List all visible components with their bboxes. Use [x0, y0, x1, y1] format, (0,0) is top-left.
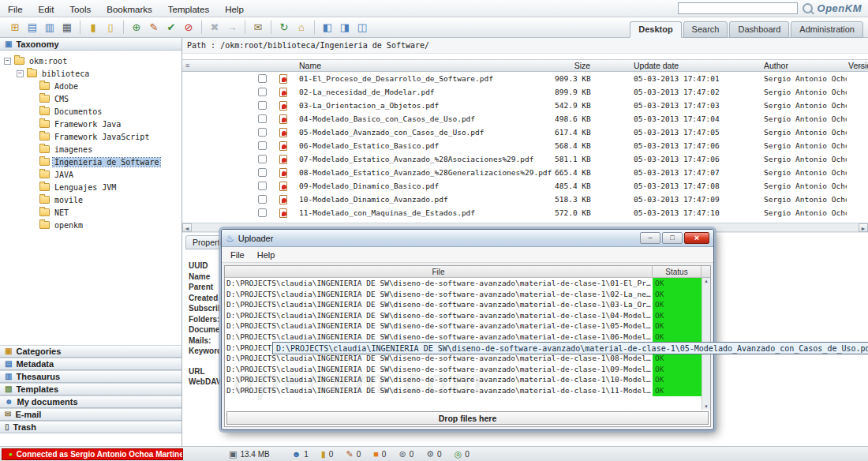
menu-file[interactable]: File	[0, 2, 31, 17]
quick-search-input[interactable]	[678, 2, 798, 14]
collapse-icon[interactable]: −	[17, 70, 24, 77]
maximize-button[interactable]: □	[662, 232, 683, 244]
row-checkbox[interactable]	[258, 128, 267, 137]
send-mail-icon[interactable]: ✉	[250, 20, 266, 36]
panel-thesaurus[interactable]: ▥Thesaurus	[0, 370, 181, 383]
search-icon[interactable]	[803, 3, 813, 13]
tree-item-framework-java[interactable]: Framework Java	[0, 118, 181, 130]
tree-item-framework-javascript[interactable]: Framework JavaScript	[0, 130, 181, 143]
table-menu-icon[interactable]: ≡	[185, 62, 189, 69]
tab-administration[interactable]: Administration	[791, 21, 863, 38]
scroll-down-icon[interactable]: ▼	[704, 404, 709, 409]
menu-bookmarks[interactable]: Bookmarks	[99, 2, 160, 17]
tree-item-net[interactable]: NET	[0, 206, 181, 219]
lock-icon[interactable]: ▮	[85, 20, 101, 36]
dialog-titlebar[interactable]: ♨ Uploader – □ ×	[222, 230, 713, 247]
tree-item-imagenes[interactable]: imagenes	[0, 143, 181, 156]
upload-row[interactable]: D:\PROJECTS\claudia\INGENIERIA DE SW\dis…	[225, 278, 702, 289]
panel-metadata[interactable]: ▤Metadata	[0, 358, 181, 370]
tree-item-lenguajes-jvm[interactable]: Lenguajes JVM	[0, 181, 181, 193]
upload-row[interactable]: D:\PROJECTS\claudia\INGENIERIA DE SW\dis…	[225, 299, 702, 310]
row-checkbox[interactable]	[258, 182, 267, 190]
file-row[interactable]: 01-El_Proceso_de_Desarrollo_de_Software.…	[182, 72, 868, 85]
upload-row[interactable]: D:\PROJECTS\claudia\INGENIERIA DE SW\dis…	[225, 353, 702, 364]
tab-desktop[interactable]: Desktop	[630, 21, 681, 38]
panel-e-mail[interactable]: ✉E-mail	[0, 408, 181, 421]
file-row[interactable]: 03-La_Orientacion_a_Objetos.pdf542.9 KB0…	[182, 99, 868, 112]
checkin-icon[interactable]: ✔	[163, 20, 179, 36]
upload-row[interactable]: D:\PROJECTS\claudia\INGENIERIA DE SW\dis…	[225, 364, 702, 375]
home-icon[interactable]: ⌂	[294, 20, 309, 36]
scroll-up-icon[interactable]: ▲	[704, 279, 709, 283]
create-folder-icon[interactable]: ⊞	[7, 20, 23, 36]
upload-row[interactable]: D:\PROJECTS\claudia\INGENIERIA DE SW\dis…	[225, 289, 702, 300]
tab-search[interactable]: Search	[683, 21, 728, 38]
tree-item-ingenieria-de-software[interactable]: Ingenieria de Software	[0, 156, 181, 168]
column-header-author[interactable]: Author	[736, 60, 847, 71]
split-horizontal-icon[interactable]: ◧	[320, 20, 335, 36]
upload-row[interactable]: D:\PROJECTS\claudia\INGENIERIA DE SW\dis…	[225, 320, 702, 332]
drop-files-zone[interactable]: Drop files here	[226, 411, 709, 425]
upload-row[interactable]: D:\PROJECTS\claudia\INGENIERIA DE SW\dis…	[225, 385, 702, 396]
panel-templates[interactable]: ▧Templates	[0, 383, 181, 395]
tab-dashboard[interactable]: Dashboard	[729, 21, 789, 38]
dialog-menu-help[interactable]: Help	[251, 249, 282, 261]
tree-item-openkm[interactable]: openkm	[0, 219, 181, 231]
refresh-icon[interactable]: ↻	[276, 20, 292, 36]
row-checkbox[interactable]	[258, 155, 267, 163]
new-document-icon[interactable]: ▤	[24, 20, 40, 36]
row-checkbox[interactable]	[258, 195, 267, 204]
tree-item-adobe[interactable]: Adobe	[0, 80, 181, 92]
tree-item-java[interactable]: JAVA	[0, 168, 181, 181]
tree-item-biblioteca[interactable]: −biblioteca	[0, 67, 181, 80]
menu-edit[interactable]: Edit	[31, 2, 62, 17]
row-checkbox[interactable]	[258, 208, 267, 217]
column-selector-icon[interactable]: ↔	[858, 61, 866, 69]
row-checkbox[interactable]	[258, 101, 267, 110]
column-header-update-date[interactable]: Update date	[610, 60, 736, 71]
scan-document-icon[interactable]: ▥	[42, 20, 58, 36]
file-row[interactable]: 06-Modelado_Estatico_Basico.pdf568.4 KB0…	[182, 139, 868, 152]
checkout-icon[interactable]: ✎	[146, 20, 162, 36]
row-checkbox[interactable]	[258, 114, 267, 123]
fullscreen-icon[interactable]: ◫	[354, 20, 370, 36]
dialog-menu-file[interactable]: File	[224, 249, 251, 261]
tab-properties[interactable]: Properties	[185, 235, 222, 249]
panel-categories[interactable]: ▣Categories	[0, 345, 181, 358]
upload-column-file[interactable]: File	[225, 266, 653, 277]
upload-row[interactable]: D:\PROJECTS\claudia\INGENIERIA DE SW\dis…	[225, 374, 702, 385]
add-document-icon[interactable]: ⊕	[129, 20, 144, 36]
file-row[interactable]: 10-Modelado_Dinamico_Avanzado.pdf518.3 K…	[182, 193, 868, 206]
panel-trash[interactable]: ▯Trash	[0, 421, 181, 433]
unlock-icon[interactable]: ▯	[103, 20, 118, 36]
delete-icon[interactable]: ✖	[207, 20, 223, 36]
row-checkbox[interactable]	[258, 74, 267, 83]
tree-item-okm-root[interactable]: −okm:root	[0, 54, 181, 67]
move-icon[interactable]: →	[224, 20, 240, 36]
upload-row[interactable]: D:\PROJECTS\claudia\INGENIERIA DE SW\dis…	[225, 332, 702, 343]
file-row[interactable]: 04-Modelado_Basico_con_Casos_de_Uso.pdf4…	[182, 112, 868, 126]
minimize-button[interactable]: –	[640, 232, 660, 244]
tree-item-documentos[interactable]: Documentos	[0, 105, 181, 118]
row-checkbox[interactable]	[258, 168, 267, 177]
file-row[interactable]: 11-Modelado_con_Maquinas_de_Estados.pdf5…	[182, 206, 868, 219]
column-header-name[interactable]: Name	[294, 60, 555, 71]
cancel-checkout-icon[interactable]: ⊘	[181, 20, 196, 36]
close-button[interactable]: ×	[684, 232, 709, 244]
row-checkbox[interactable]	[258, 141, 267, 150]
file-row[interactable]: 05-Modelado_Avanzado_con_Casos_de_Uso.pd…	[182, 126, 868, 139]
menu-help[interactable]: Help	[217, 2, 252, 17]
tree-item-movile[interactable]: movile	[0, 193, 181, 206]
scroll-right-icon[interactable]: ►	[859, 223, 868, 232]
row-checkbox[interactable]	[258, 88, 267, 96]
tree-item-cms[interactable]: CMS	[0, 92, 181, 105]
panel-taxonomy[interactable]: ▣ Taxonomy	[0, 38, 181, 51]
upload-row[interactable]: D:\PROJECTS\claudia\INGENIERIA DE SW\dis…	[225, 310, 702, 321]
file-row[interactable]: 02-La_necesidad_de_Modelar.pdf899.9 KB05…	[182, 85, 868, 99]
column-header-size[interactable]: Size	[555, 60, 610, 71]
menu-templates[interactable]: Templates	[160, 2, 217, 17]
print-icon[interactable]: ▦	[59, 20, 75, 36]
menu-tools[interactable]: Tools	[62, 2, 99, 17]
file-row[interactable]: 08-Modelado_Estatico_Avanzado_%28General…	[182, 166, 868, 179]
file-row[interactable]: 07-Modelado_Estatico_Avanzado_%28Asociac…	[182, 152, 868, 166]
